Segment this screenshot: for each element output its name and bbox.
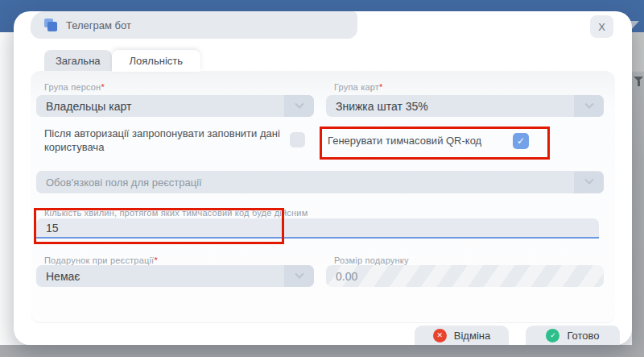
required-asterisk: * <box>379 82 382 92</box>
background-page-right <box>632 32 644 357</box>
after-auth-checkbox[interactable] <box>290 132 305 147</box>
cancel-x-icon: ✕ <box>433 329 447 342</box>
required-asterisk: * <box>101 82 104 92</box>
minutes-label: Кількість хвилин, протягом яких тимчасов… <box>44 208 308 218</box>
gift-size-input: 0.00 <box>326 265 604 287</box>
cards-group-select[interactable]: Знижка штат 35% <box>326 95 604 117</box>
screen: Телеграм бот X Загальна Лояльність Група… <box>0 0 644 357</box>
persons-group-value: Владельцы карт <box>36 100 284 113</box>
background-page-bottom <box>0 345 644 357</box>
gift-select[interactable]: Немає <box>36 265 314 287</box>
chevron-down-icon[interactable] <box>284 265 314 287</box>
gift-size-value: 0.00 <box>326 270 357 283</box>
minutes-input[interactable] <box>36 218 599 239</box>
done-check-icon: ✓ <box>546 329 559 342</box>
tab-loyalty[interactable]: Лояльність <box>112 50 200 72</box>
cancel-button-label: Відміна <box>454 330 490 342</box>
tab-content-panel: Група персон* Владельцы карт Група карт*… <box>31 71 615 323</box>
gift-label: Подарунок при реєстрації* <box>44 255 158 265</box>
persons-group-select[interactable]: Владельцы карт <box>36 95 314 117</box>
chevron-down-icon[interactable] <box>284 95 314 117</box>
telegram-bot-modal: Телеграм бот X Загальна Лояльність Група… <box>14 11 632 345</box>
modal-title-bar: Телеграм бот <box>31 11 357 39</box>
modal-title: Телеграм бот <box>66 19 131 31</box>
done-button-label: Готово <box>567 330 599 342</box>
telegram-bot-icon <box>44 19 57 31</box>
chevron-down-icon[interactable] <box>574 172 604 193</box>
cards-group-value: Знижка штат 35% <box>326 100 574 113</box>
after-auth-label: Після авторизації запропонувати заповнит… <box>44 127 286 154</box>
gift-value: Немає <box>36 270 284 283</box>
filter-funnel-icon <box>634 77 643 81</box>
done-button[interactable]: ✓ Готово <box>526 326 620 345</box>
tab-bar: Загальна Лояльність <box>44 50 200 72</box>
required-fields-select[interactable]: Обов'язкові поля для реєстрації <box>36 171 604 193</box>
required-fields-placeholder: Обов'язкові поля для реєстрації <box>36 176 574 189</box>
cards-group-label: Група карт* <box>334 82 383 92</box>
gift-size-label: Розмір подарунку <box>334 255 409 265</box>
cards-group-label-text: Група карт <box>334 82 379 92</box>
check-icon: ✓ <box>517 135 525 147</box>
cancel-button[interactable]: ✕ Відміна <box>415 326 509 345</box>
persons-group-label-text: Група персон <box>44 82 101 92</box>
close-button[interactable]: X <box>590 15 613 38</box>
chevron-down-icon[interactable] <box>574 95 604 117</box>
tab-general[interactable]: Загальна <box>44 50 112 72</box>
generate-qr-checkbox[interactable]: ✓ <box>513 133 529 149</box>
gift-label-text: Подарунок при реєстрації <box>44 255 154 265</box>
required-asterisk: * <box>154 255 157 265</box>
generate-qr-label: Генерувати тимчасовий QR-код <box>328 134 481 147</box>
persons-group-label: Група персон* <box>44 82 105 92</box>
